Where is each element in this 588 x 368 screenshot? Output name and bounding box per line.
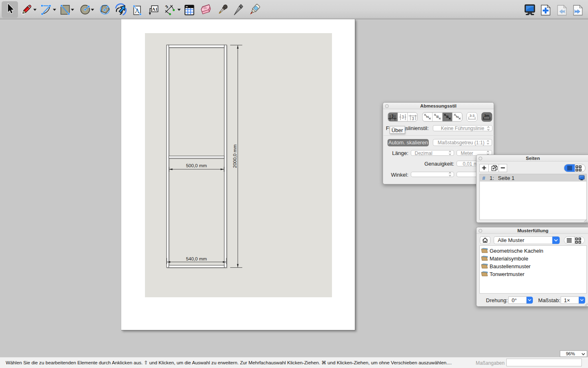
- svg-text:3: 3: [165, 4, 169, 9]
- svg-text:#: #: [482, 175, 486, 181]
- svg-text:540,0 mm: 540,0 mm: [186, 256, 207, 261]
- svg-text:Materialsymbole: Materialsymbole: [490, 256, 528, 262]
- svg-text:Seite 1: Seite 1: [498, 175, 514, 181]
- svg-text:1:: 1:: [490, 175, 494, 181]
- svg-text:Alle Muster: Alle Muster: [498, 237, 525, 243]
- svg-text:3: 3: [392, 114, 394, 119]
- svg-text:3: 3: [412, 117, 414, 121]
- svg-text:3m: 3m: [484, 114, 489, 118]
- svg-text:Drehung:: Drehung:: [486, 297, 508, 303]
- svg-text:A1: A1: [152, 7, 157, 11]
- svg-text:Maßstab:: Maßstab:: [538, 297, 560, 303]
- svg-text:Baustellenmuster: Baustellenmuster: [490, 263, 531, 269]
- svg-text:Geometrische Kacheln: Geometrische Kacheln: [490, 248, 543, 254]
- svg-text:3-3: 3-3: [470, 114, 475, 118]
- svg-text:2000,0 mm: 2000,0 mm: [232, 144, 237, 168]
- svg-text:Tonwertmuster: Tonwertmuster: [490, 271, 525, 277]
- svg-text:1×: 1×: [564, 297, 570, 303]
- svg-text:0°: 0°: [512, 297, 517, 303]
- svg-text:500,0 mm: 500,0 mm: [186, 163, 207, 168]
- svg-text:3: 3: [402, 115, 404, 119]
- svg-text:3: 3: [425, 115, 429, 118]
